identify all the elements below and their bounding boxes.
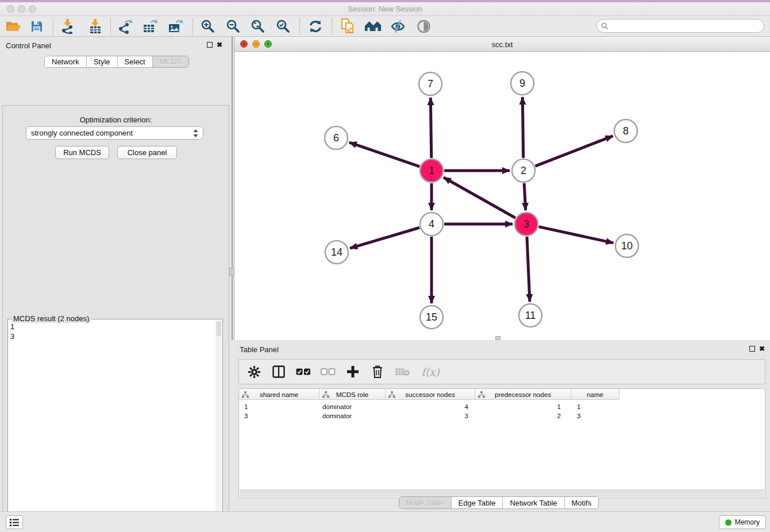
open-session-icon[interactable] [2, 18, 24, 35]
import-table-icon[interactable] [84, 18, 106, 35]
cell-shared-name: 1 [239, 402, 319, 411]
function-builder-icon[interactable]: f(x) [419, 364, 442, 380]
select-stepper-icon [193, 129, 198, 137]
attribute-icon [242, 391, 249, 398]
graph-edge-1-6[interactable] [349, 142, 419, 167]
add-column-icon[interactable] [345, 364, 361, 380]
hide-graphics-details-icon[interactable] [387, 18, 409, 35]
refresh-layout-icon[interactable] [305, 18, 326, 35]
tab-style[interactable]: Style [87, 56, 118, 67]
graph-node-label: 6 [333, 132, 339, 144]
table-tabs: Node Table Edge Table Network Table Moti… [399, 496, 599, 509]
window-top-edge [0, 0, 770, 2]
node-table: shared name MCDS role successor nodes pr… [238, 388, 765, 498]
cell-name: 3 [571, 411, 619, 421]
table-panel-title: Table Panel [240, 345, 279, 354]
run-mcds-button[interactable]: Run MCDS [55, 146, 109, 159]
tab-network[interactable]: Network [45, 56, 87, 67]
mcds-result-text[interactable]: 1 3 [10, 322, 14, 341]
result-line: 1 [10, 322, 14, 331]
export-table-icon[interactable] [139, 18, 161, 35]
zoom-out-icon[interactable] [222, 18, 244, 35]
graph-node-label: 4 [429, 218, 434, 230]
selected-criterion: strongly connected component [31, 129, 133, 137]
zoom-selected-icon[interactable] [272, 18, 294, 35]
graph-node-label: 7 [428, 78, 433, 90]
close-panel-icon[interactable]: ✖ [217, 41, 222, 49]
mcds-result-box: MCDS result (2 nodes) 1 3 [7, 319, 223, 532]
show-graphics-details-icon[interactable] [413, 18, 434, 35]
table-close-icon[interactable]: ✖ [759, 345, 765, 353]
graph-edge-3-11[interactable] [527, 237, 530, 302]
tab-mcds[interactable]: MCDS [153, 56, 188, 67]
graph-edge-4-14[interactable] [350, 228, 419, 248]
close-panel-button[interactable]: Close panel [117, 146, 177, 159]
deselect-all-rows-icon[interactable] [320, 364, 336, 380]
main-toolbar [0, 16, 770, 37]
graph-edge-3-1[interactable] [444, 178, 515, 218]
table-row[interactable]: 3 dominator 3 2 3 [239, 411, 619, 421]
column-header-predecessor-nodes[interactable]: predecessor nodes [475, 389, 571, 400]
graph-node-label: 15 [426, 311, 437, 323]
table-float-icon[interactable] [749, 346, 755, 352]
graph-node-label: 3 [523, 218, 529, 230]
table-header-row: shared name MCDS role successor nodes pr… [239, 389, 619, 400]
tab-network-table[interactable]: Network Table [503, 497, 564, 508]
graph-node-label: 9 [519, 78, 525, 89]
column-header-successor-nodes[interactable]: successor nodes [386, 389, 475, 400]
panel-divider[interactable] [232, 37, 233, 340]
delete-table-icon[interactable] [394, 364, 410, 380]
tab-edge-table[interactable]: Edge Table [452, 497, 503, 508]
graph-node-label: 8 [623, 125, 629, 137]
table-row[interactable]: 1 dominator 4 1 1 [239, 402, 619, 411]
search-icon [601, 22, 609, 30]
status-bar: Memory [0, 511, 770, 532]
network-bottom-grip[interactable] [495, 336, 500, 340]
network-titlebar[interactable]: ✕ − + scc.txt [234, 37, 770, 52]
cell-mcds-role: dominator [319, 402, 386, 411]
graph-edge-2-9[interactable] [522, 97, 523, 158]
graph-edge-2-8[interactable] [536, 136, 613, 166]
save-session-icon[interactable] [26, 18, 48, 35]
network-graph[interactable]: 7968124314101511 [234, 52, 770, 340]
graph-edge-2-3[interactable] [524, 183, 526, 210]
delete-columns-icon[interactable] [369, 364, 386, 380]
attribute-icon [478, 391, 485, 398]
table-options-icon[interactable] [246, 364, 262, 380]
graph-node-label: 14 [331, 246, 342, 258]
graph-edge-3-10[interactable] [538, 227, 613, 243]
control-panel-tabs: Network Style Select MCDS [44, 56, 189, 68]
search-input[interactable] [611, 21, 764, 30]
network-window: ✕ − + scc.txt 7968124314101511 [234, 37, 770, 340]
float-panel-icon[interactable] [207, 42, 213, 48]
export-image-icon[interactable] [164, 18, 186, 35]
graph-node-label: 11 [525, 310, 536, 321]
zoom-fit-icon[interactable] [247, 18, 269, 35]
memory-status-dot [725, 519, 732, 526]
tab-node-table[interactable]: Node Table [399, 497, 452, 508]
column-header-name[interactable]: name [571, 389, 619, 400]
cell-predecessor-nodes: 2 [475, 411, 571, 421]
column-header-shared-name[interactable]: shared name [239, 389, 319, 400]
cell-successor-nodes: 3 [386, 411, 475, 421]
graph-node-label: 2 [521, 165, 526, 176]
result-scrollbar[interactable] [215, 320, 222, 532]
column-header-mcds-role[interactable]: MCDS role [319, 389, 386, 400]
show-columns-icon[interactable] [271, 364, 287, 380]
graph-edge-1-7[interactable] [430, 98, 431, 158]
export-network-icon[interactable] [114, 18, 136, 35]
network-overview-icon[interactable] [362, 18, 384, 35]
control-panel: Control Panel ✖ Network Style Select MCD… [0, 37, 232, 511]
select-all-rows-icon[interactable] [295, 364, 311, 380]
application-window: Session: New Session [0, 0, 770, 532]
zoom-in-icon[interactable] [197, 18, 219, 35]
optimization-criterion-select[interactable]: strongly connected component [26, 126, 203, 140]
tab-select[interactable]: Select [118, 56, 153, 67]
cell-name: 1 [571, 402, 619, 411]
import-network-icon[interactable] [57, 18, 79, 35]
tab-motifs[interactable]: Motifs [565, 497, 599, 508]
clone-network-icon[interactable] [337, 18, 359, 35]
task-history-button[interactable] [6, 515, 23, 529]
memory-button[interactable]: Memory [719, 515, 766, 529]
search-field[interactable] [596, 19, 764, 33]
